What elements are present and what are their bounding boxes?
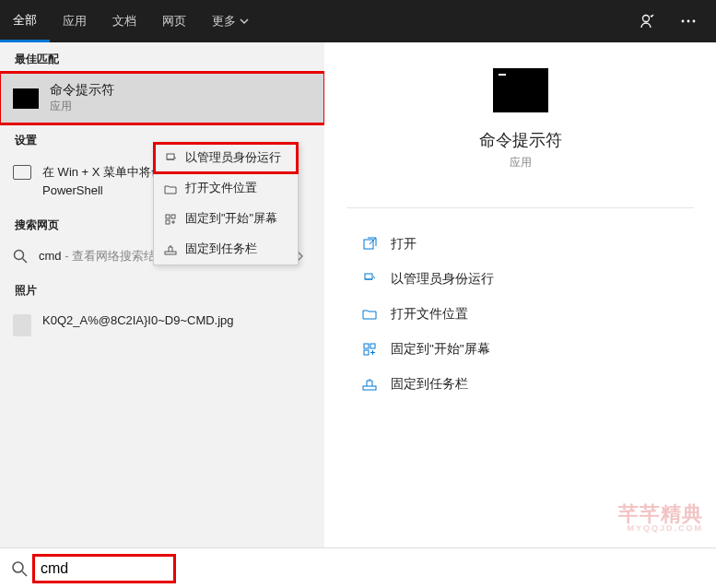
best-match-title: 命令提示符 bbox=[50, 82, 114, 99]
ctx-pin-start-label: 固定到"开始"屏幕 bbox=[185, 211, 277, 227]
action-pin-start-label: 固定到"开始"屏幕 bbox=[391, 341, 490, 358]
best-match-result[interactable]: 命令提示符 应用 bbox=[0, 73, 324, 123]
ctx-run-admin-label: 以管理员身份运行 bbox=[185, 150, 281, 166]
ctx-pin-taskbar[interactable]: 固定到任务栏 bbox=[154, 234, 298, 265]
action-pin-taskbar-label: 固定到任务栏 bbox=[391, 376, 468, 393]
action-open-label: 打开 bbox=[391, 236, 417, 253]
more-options-icon[interactable] bbox=[670, 3, 707, 40]
action-open-location[interactable]: 打开文件位置 bbox=[361, 297, 679, 332]
results-panel: 最佳匹配 命令提示符 应用 设置 在 Win + X 菜单中将命令提示符替换为 … bbox=[0, 42, 324, 547]
photo-filename: K0Q2_A%@8C2IA}I0~D9~CMD.jpg bbox=[42, 312, 234, 330]
svg-rect-10 bbox=[364, 240, 373, 249]
svg-rect-9 bbox=[165, 252, 176, 254]
shield-icon bbox=[361, 272, 378, 287]
pin-start-icon bbox=[163, 213, 178, 226]
ctx-open-location[interactable]: 打开文件位置 bbox=[154, 173, 298, 204]
svg-point-0 bbox=[643, 16, 650, 22]
ctx-pin-taskbar-label: 固定到任务栏 bbox=[185, 241, 257, 257]
web-query: cmd bbox=[39, 249, 62, 263]
svg-point-3 bbox=[693, 20, 696, 23]
svg-rect-15 bbox=[363, 386, 376, 390]
search-icon bbox=[7, 560, 31, 577]
search-input-wrapper bbox=[35, 557, 173, 581]
best-match-label: 最佳匹配 bbox=[0, 42, 324, 73]
search-header: 全部 应用 文档 网页 更多 bbox=[0, 0, 716, 42]
folder-icon bbox=[361, 307, 378, 322]
search-input[interactable] bbox=[41, 560, 168, 577]
svg-rect-5 bbox=[167, 154, 174, 159]
svg-point-2 bbox=[687, 20, 690, 23]
shield-icon bbox=[163, 152, 178, 165]
svg-point-4 bbox=[15, 251, 24, 260]
action-run-admin-label: 以管理员身份运行 bbox=[391, 271, 494, 288]
preview-app-icon bbox=[493, 68, 548, 112]
photos-label: 照片 bbox=[0, 274, 324, 304]
ctx-run-as-admin[interactable]: 以管理员身份运行 bbox=[154, 143, 298, 173]
ctx-pin-start[interactable]: 固定到"开始"屏幕 bbox=[154, 204, 298, 234]
pin-taskbar-icon bbox=[163, 243, 178, 256]
tab-documents[interactable]: 文档 bbox=[100, 0, 149, 42]
search-bar bbox=[0, 547, 716, 588]
svg-rect-11 bbox=[365, 274, 372, 279]
cmd-icon bbox=[13, 88, 39, 109]
tab-all[interactable]: 全部 bbox=[0, 0, 50, 42]
svg-rect-6 bbox=[166, 215, 170, 218]
pin-taskbar-icon bbox=[361, 377, 378, 392]
preview-subtitle: 应用 bbox=[510, 155, 532, 171]
preview-panel: 命令提示符 应用 打开 以管理员身份运行 打开文件位置 固定到"开始"屏幕 bbox=[324, 42, 716, 547]
search-icon bbox=[13, 249, 28, 264]
svg-rect-14 bbox=[364, 350, 369, 355]
action-pin-taskbar[interactable]: 固定到任务栏 bbox=[361, 367, 679, 402]
svg-point-16 bbox=[13, 562, 23, 572]
svg-rect-7 bbox=[171, 215, 175, 218]
folder-icon bbox=[163, 182, 178, 195]
header-actions bbox=[629, 3, 716, 40]
context-menu: 以管理员身份运行 打开文件位置 固定到"开始"屏幕 固定到任务栏 bbox=[153, 142, 299, 265]
svg-point-1 bbox=[682, 20, 685, 23]
photo-result[interactable]: K0Q2_A%@8C2IA}I0~D9~CMD.jpg bbox=[0, 304, 324, 344]
web-desc: - 查看网络搜索结果 bbox=[62, 249, 169, 263]
tab-apps[interactable]: 应用 bbox=[50, 0, 100, 42]
action-pin-start[interactable]: 固定到"开始"屏幕 bbox=[361, 332, 679, 367]
action-run-admin[interactable]: 以管理员身份运行 bbox=[361, 262, 679, 297]
pin-start-icon bbox=[361, 342, 378, 357]
action-open[interactable]: 打开 bbox=[361, 227, 679, 262]
svg-rect-8 bbox=[166, 220, 170, 224]
file-icon bbox=[13, 314, 31, 336]
preview-title: 命令提示符 bbox=[479, 129, 562, 151]
best-match-subtitle: 应用 bbox=[50, 99, 114, 114]
preview-actions: 打开 以管理员身份运行 打开文件位置 固定到"开始"屏幕 固定到任务栏 bbox=[324, 227, 716, 402]
svg-rect-13 bbox=[370, 344, 375, 348]
divider bbox=[346, 207, 694, 208]
feedback-icon[interactable] bbox=[629, 3, 666, 40]
action-open-location-label: 打开文件位置 bbox=[391, 306, 468, 323]
filter-tabs: 全部 应用 文档 网页 更多 bbox=[0, 0, 262, 42]
open-icon bbox=[361, 237, 378, 252]
ctx-open-location-label: 打开文件位置 bbox=[185, 181, 257, 196]
more-label: 更多 bbox=[212, 13, 236, 29]
settings-item-icon bbox=[13, 165, 31, 180]
tab-web[interactable]: 网页 bbox=[149, 0, 199, 42]
tab-more[interactable]: 更多 bbox=[199, 0, 262, 42]
svg-rect-12 bbox=[364, 344, 369, 348]
